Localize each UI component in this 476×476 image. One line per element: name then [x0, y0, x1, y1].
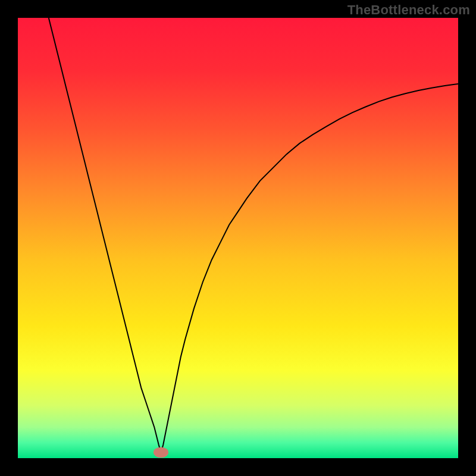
chart-frame: TheBottleneck.com: [0, 0, 476, 476]
chart-background: [18, 18, 458, 458]
watermark-text: TheBottleneck.com: [347, 2, 470, 18]
chart-plot-area: [18, 18, 458, 458]
chart-svg: [18, 18, 458, 458]
operating-point-marker: [154, 447, 168, 458]
